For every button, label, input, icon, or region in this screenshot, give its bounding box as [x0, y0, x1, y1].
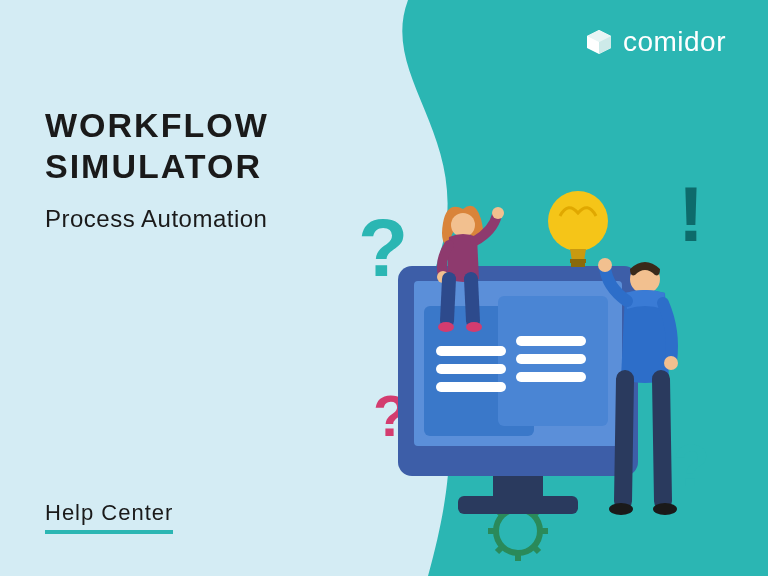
svg-point-28 [548, 191, 608, 251]
heading-block: WORKFLOW SIMULATOR Process Automation [45, 105, 269, 233]
title-line-1: WORKFLOW [45, 106, 269, 144]
svg-point-34 [438, 322, 454, 332]
svg-point-31 [451, 213, 475, 237]
svg-text:?: ? [673, 432, 710, 499]
hero-illustration: ? ? ? ! [318, 146, 738, 566]
svg-rect-29 [570, 259, 586, 263]
brand-logo: comidor [585, 26, 726, 58]
page-subtitle: Process Automation [45, 205, 269, 233]
svg-rect-23 [436, 364, 506, 374]
svg-point-32 [492, 207, 504, 219]
svg-rect-24 [436, 382, 506, 392]
svg-point-38 [664, 356, 678, 370]
svg-point-35 [466, 322, 482, 332]
svg-rect-27 [516, 372, 586, 382]
svg-rect-30 [571, 263, 585, 267]
svg-rect-17 [458, 496, 578, 514]
logo-text: comidor [623, 26, 726, 58]
svg-text:!: ! [678, 170, 704, 258]
svg-line-14 [497, 546, 503, 552]
page-title: WORKFLOW SIMULATOR [45, 105, 269, 187]
svg-point-40 [653, 503, 677, 515]
svg-point-39 [609, 503, 633, 515]
svg-rect-25 [516, 336, 586, 346]
svg-rect-26 [516, 354, 586, 364]
help-center-label: Help Center [45, 500, 173, 534]
logo-mark-icon [585, 28, 613, 56]
title-line-2: SIMULATOR [45, 147, 262, 185]
svg-rect-22 [436, 346, 506, 356]
svg-point-37 [598, 258, 612, 272]
svg-line-13 [533, 546, 539, 552]
